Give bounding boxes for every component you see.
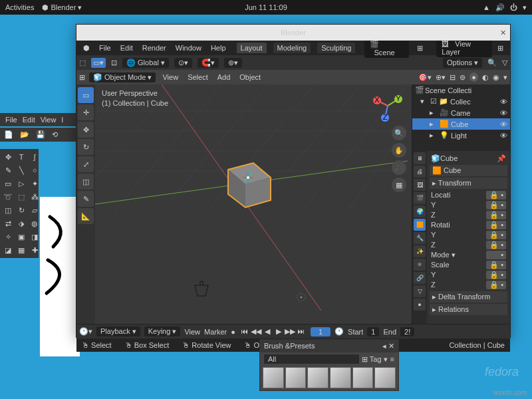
pivot-dropdown[interactable]: ⊙▾ [174,58,192,68]
viewlayer-browse-icon[interactable]: ⊞ [493,43,507,54]
tool-rotate-icon[interactable]: ↻ [16,205,27,215]
menu-window[interactable]: Window [172,43,205,53]
tool-text-icon[interactable]: T [16,152,27,162]
gimp-new-icon[interactable]: 📄 [4,130,13,139]
prop-tab-world[interactable]: 🌍 [414,205,426,217]
snap-dropdown[interactable]: 🧲▾ [198,58,219,68]
location-z[interactable]: Z🔒 • [430,210,507,220]
scene-browse-icon[interactable]: ⊞ [413,43,427,54]
tool-scale-icon[interactable]: ◫ [3,205,13,215]
delta-transform-header[interactable]: ▸ Delta Transform [430,291,507,303]
scale-z[interactable]: Z🔒 • [430,280,507,290]
play-reverse-icon[interactable]: ◀ [262,327,273,336]
tool-select-box[interactable]: ▭ [78,87,94,103]
tool-path-icon[interactable]: ✧ [3,231,13,242]
brush-presets-window[interactable]: Brush &Presets ◂ ✕ All ⊞ Tag ▾ ≡ [259,339,399,391]
tool-circle-icon[interactable]: ○ [29,165,40,176]
drag-icon[interactable]: ⊡ [111,59,117,67]
tool-move-icon[interactable]: ✥ [3,152,13,162]
brush-menu-icon[interactable]: ◂ [382,342,386,350]
gimp-save-icon[interactable]: 💾 [36,130,45,139]
timeline-playback[interactable]: Playback ▾ [96,327,140,336]
start-frame[interactable]: 1 [367,327,379,336]
menu-chevron-icon[interactable]: ▾ [523,3,527,12]
window-titlebar[interactable]: Blender ✕ [76,25,510,41]
shading-material-icon[interactable]: ◐ [482,73,489,82]
menu-file[interactable]: File [95,43,115,53]
location-y[interactable]: Y🔒 • [430,200,507,210]
proportional-icon[interactable]: ⊚▾ [224,58,242,68]
tab-modeling[interactable]: Modeling [273,43,311,53]
prop-tab-scene[interactable]: 🎬 [414,192,426,204]
prop-tab-particles[interactable]: ✨ [414,245,426,257]
outliner-cube[interactable]: ▸🟧 Cube 👁 [412,118,510,130]
prop-tab-modifier[interactable]: 🔧 [414,232,426,244]
brush-thumb-4[interactable] [330,367,351,388]
prop-tab-viewlayer[interactable]: 🖼 [414,179,426,191]
relations-header[interactable]: ▸ Relations [430,304,507,315]
rotation-z[interactable]: Z🔒 • [430,240,507,250]
tool-annotate[interactable]: ✎ [78,191,94,207]
xray-icon[interactable]: ⊟ [450,73,456,82]
power-icon[interactable]: ⏻ [510,3,517,12]
activities-button[interactable]: Activities [5,3,34,11]
tool-gradient-icon[interactable]: ◨ [29,231,40,242]
brush-thumb-1[interactable] [263,367,284,388]
tool-transform[interactable]: ◫ [78,174,94,190]
blender-logo-icon[interactable]: ⬢ [79,43,94,54]
prop-tab-constraint[interactable]: 🔗 [414,272,426,284]
perspective-icon[interactable]: ▦ [392,178,406,192]
brush-tag-dropdown[interactable]: ⊞ Tag ▾ [362,355,388,364]
nav-gizmo[interactable]: Y X Z [372,90,404,122]
tool-rotate[interactable]: ↻ [78,139,94,155]
tab-sculpting[interactable]: Sculpting [317,43,355,53]
tool-blur-icon[interactable]: ◍ [29,218,40,229]
outliner-collection[interactable]: ▾☑ 📁 Collec 👁 [412,96,510,107]
scale-y[interactable]: Y🔒 • [430,270,507,280]
menu-render[interactable]: Render [138,43,170,53]
zoom-icon[interactable]: 🔍 [392,126,406,140]
jump-start-icon[interactable]: ⏮ [239,327,250,336]
outliner-scene[interactable]: 🎬Scene Collecti [412,84,510,96]
gimp-menu-more[interactable]: I [61,116,63,124]
app-menu[interactable]: ⬢ Blender ▾ [42,3,82,12]
camera-view-icon[interactable]: 🎥 [392,160,406,175]
rotation-x[interactable]: Rotati🔒 • [430,220,507,230]
tool-picker-icon[interactable]: ⁂ [29,192,40,202]
pan-icon[interactable]: ✋ [392,143,406,158]
tool-perspective-icon[interactable]: ⬗ [16,218,27,229]
gizmo-toggle-icon[interactable]: 🎯▾ [418,73,432,82]
orientation-dropdown[interactable]: 🌐 Global ▾ [122,58,169,68]
viewport-menu-view[interactable]: View [160,72,181,82]
shading-rendered-icon[interactable]: ◉ [493,73,499,82]
tool-arrow-icon[interactable]: ▷ [16,178,27,189]
shading-solid-icon[interactable]: ● [469,72,478,82]
gimp-menu-view[interactable]: View [41,116,57,124]
timeline-view[interactable]: View [184,328,200,336]
scene-selector[interactable]: 🎬 Scene [364,39,409,58]
scale-x[interactable]: Scale🔒 • [430,260,507,270]
viewport-menu-add[interactable]: Add [215,72,233,82]
current-frame[interactable]: 1 [311,327,331,336]
tool-move[interactable]: ✥ [78,122,94,138]
gimp-undo-icon[interactable]: ⟲ [52,130,58,139]
tool-cursor[interactable]: ✛ [78,104,94,120]
tool-rect-icon[interactable]: ▭ [3,178,13,189]
prop-tab-physics[interactable]: ⚛ [414,259,426,271]
brush-thumb-2[interactable] [285,367,307,388]
gimp-canvas[interactable] [40,197,80,356]
tool-line-icon[interactable]: ╲ [16,165,27,176]
shading-wireframe-icon[interactable]: ⊚ [460,73,466,82]
prop-tab-render[interactable]: 🖥 [414,152,426,164]
viewport-3d[interactable]: User Perspective (1) Collection | Cube [95,84,412,324]
prop-tab-output[interactable]: 🖨 [414,166,426,178]
prop-tab-data[interactable]: ▽ [414,285,426,297]
viewport-menu-select[interactable]: Select [185,72,211,82]
tool-curve-icon[interactable]: ∫ [29,152,40,162]
timeline-marker[interactable]: Marker [204,328,227,336]
brush-thumb-3[interactable] [307,367,329,388]
mode-dropdown[interactable]: 🧊 Object Mode ▾ [89,72,156,82]
network-icon[interactable]: ▲ [483,3,490,12]
tool-pencil-icon[interactable]: ✎ [3,165,13,176]
tool-fill-icon[interactable]: ▣ [16,231,27,242]
